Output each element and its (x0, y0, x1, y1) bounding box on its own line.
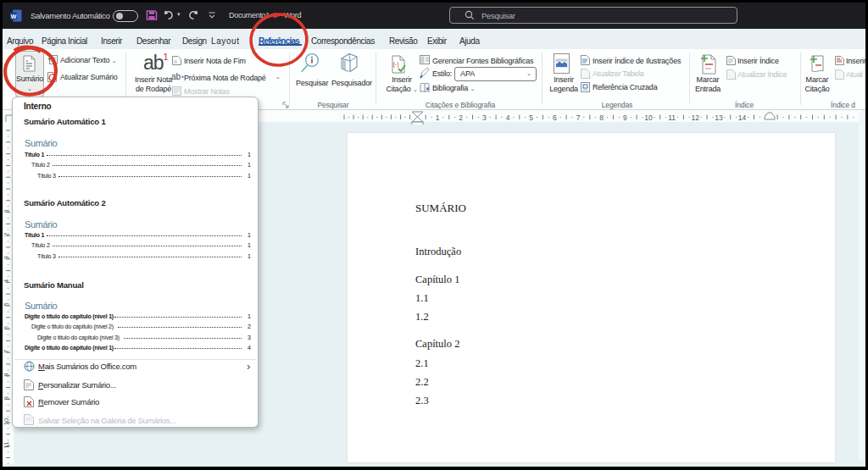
svg-text:14: 14 (738, 113, 747, 122)
svg-text:4: 4 (506, 113, 510, 122)
svg-text:3: 3 (482, 113, 487, 122)
svg-text:9: 9 (623, 113, 627, 122)
svg-text:7: 7 (576, 113, 581, 122)
svg-text:12: 12 (692, 113, 700, 122)
svg-text:8: 8 (3, 373, 10, 377)
svg-text:10: 10 (3, 417, 10, 425)
svg-text:7: 7 (3, 349, 10, 353)
svg-text:(-): (-) (393, 61, 399, 68)
svg-text:10: 10 (644, 113, 653, 122)
svg-text:8: 8 (599, 113, 604, 122)
svg-text:W: W (11, 14, 17, 19)
svg-text:6: 6 (553, 113, 557, 122)
svg-text:5: 5 (3, 302, 10, 307)
svg-text:11: 11 (3, 441, 10, 449)
svg-text:11: 11 (668, 113, 676, 122)
svg-text:3: 3 (3, 256, 10, 260)
svg-text:1: 1 (436, 113, 440, 122)
svg-text:4: 4 (3, 279, 10, 283)
svg-text:2: 2 (3, 232, 10, 236)
svg-text:1: 1 (3, 208, 10, 213)
svg-text:6: 6 (3, 326, 10, 330)
svg-text:5: 5 (529, 113, 533, 122)
svg-text:2: 2 (459, 113, 463, 122)
svg-text:13: 13 (715, 113, 723, 122)
svg-text:9: 9 (3, 396, 10, 401)
